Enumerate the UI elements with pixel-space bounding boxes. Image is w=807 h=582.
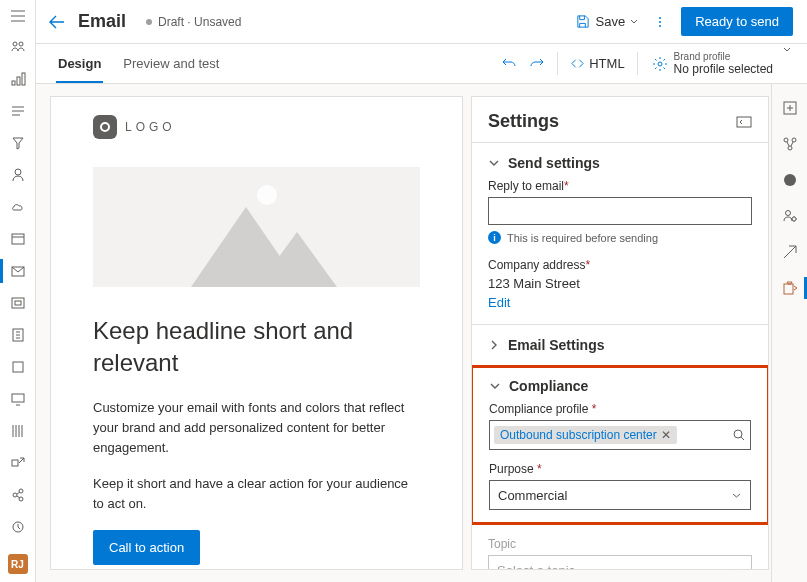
- save-button[interactable]: Save: [573, 10, 628, 33]
- right-rail-personalize-icon[interactable]: [782, 208, 798, 224]
- company-address-label: Company address*: [488, 258, 752, 272]
- logo-block[interactable]: LOGO: [93, 115, 420, 139]
- cta-button[interactable]: Call to action: [93, 530, 200, 565]
- purpose-select[interactable]: Commercial: [489, 480, 751, 510]
- svg-point-28: [784, 174, 796, 186]
- logo-icon: [93, 115, 117, 139]
- svg-rect-3: [17, 77, 20, 85]
- html-label: HTML: [589, 56, 624, 71]
- svg-point-1: [19, 42, 23, 46]
- svg-point-26: [792, 138, 796, 142]
- brand-chevron-icon[interactable]: [781, 44, 793, 83]
- back-icon[interactable]: [48, 13, 66, 31]
- send-settings-heading: Send settings: [508, 155, 600, 171]
- svg-rect-12: [12, 394, 24, 402]
- nav-item-2[interactable]: [9, 70, 27, 88]
- ready-to-send-button[interactable]: Ready to send: [681, 7, 793, 36]
- reply-to-input[interactable]: [488, 197, 752, 225]
- compliance-heading: Compliance: [509, 378, 588, 394]
- nav-item-3[interactable]: [9, 102, 27, 120]
- nav-item-email[interactable]: [9, 262, 27, 280]
- brand-profile-selector[interactable]: Brand profile No profile selected: [644, 44, 773, 83]
- nav-item-4[interactable]: [9, 134, 27, 152]
- purpose-value: Commercial: [498, 488, 567, 503]
- nav-item-11[interactable]: [9, 358, 27, 376]
- compliance-profile-chip[interactable]: Outbound subscription center ✕: [494, 426, 677, 444]
- html-toggle[interactable]: HTML: [564, 44, 630, 83]
- user-badge[interactable]: RJ: [8, 554, 28, 574]
- left-nav-rail: RJ: [0, 0, 36, 582]
- svg-rect-6: [12, 234, 24, 244]
- content-area: LOGO Keep headline short and relevant Cu…: [36, 84, 807, 582]
- separator: [557, 52, 558, 75]
- headline-text[interactable]: Keep headline short and relevant: [93, 315, 420, 380]
- body-paragraph-2[interactable]: Keep it short and have a clear action fo…: [93, 474, 420, 514]
- nav-item-5[interactable]: [9, 166, 27, 184]
- nav-item-9[interactable]: [9, 294, 27, 312]
- nav-item-14[interactable]: [9, 454, 27, 472]
- main-area: Email Draft · Unsaved Save Ready to send…: [36, 0, 807, 582]
- svg-rect-13: [12, 460, 18, 466]
- svg-point-27: [788, 146, 792, 150]
- right-rail-send-icon[interactable]: [782, 244, 798, 260]
- reply-to-label: Reply to email*: [488, 179, 752, 193]
- nav-item-6[interactable]: [9, 198, 27, 216]
- edit-company-link[interactable]: Edit: [488, 295, 510, 310]
- logo-text: LOGO: [125, 120, 176, 134]
- nav-item-7[interactable]: [9, 230, 27, 248]
- svg-point-21: [658, 62, 662, 66]
- nav-item-16[interactable]: [9, 518, 27, 536]
- svg-point-25: [784, 138, 788, 142]
- email-settings-header[interactable]: Email Settings: [488, 337, 752, 353]
- svg-point-18: [659, 17, 661, 19]
- svg-rect-31: [784, 284, 793, 294]
- reply-to-info: This is required before sending: [507, 232, 658, 244]
- compliance-header[interactable]: Compliance: [489, 378, 751, 394]
- right-rail: [771, 84, 807, 582]
- expand-icon[interactable]: [736, 116, 752, 128]
- svg-rect-8: [12, 298, 24, 308]
- draft-status-text: Draft · Unsaved: [158, 15, 241, 29]
- image-placeholder[interactable]: [93, 167, 420, 287]
- svg-point-30: [792, 217, 796, 221]
- svg-rect-22: [737, 117, 751, 127]
- topic-label: Topic: [488, 537, 752, 551]
- right-rail-settings-icon[interactable]: [782, 280, 798, 296]
- compliance-profile-lookup[interactable]: Outbound subscription center ✕: [489, 420, 751, 450]
- section-topic: Topic Select a topic: [472, 525, 768, 570]
- svg-point-19: [659, 21, 661, 23]
- compliance-profile-label: Compliance profile *: [489, 402, 751, 416]
- undo-icon[interactable]: [495, 44, 523, 83]
- email-canvas[interactable]: LOGO Keep headline short and relevant Cu…: [50, 96, 463, 570]
- svg-point-29: [785, 211, 790, 216]
- svg-point-5: [15, 169, 21, 175]
- nav-item-15[interactable]: [9, 486, 27, 504]
- send-settings-header[interactable]: Send settings: [488, 155, 752, 171]
- svg-point-14: [13, 493, 17, 497]
- compliance-profile-value: Outbound subscription center: [500, 428, 657, 442]
- nav-item-13[interactable]: [9, 422, 27, 440]
- right-rail-theme-icon[interactable]: [782, 172, 798, 188]
- save-chevron-icon[interactable]: [629, 17, 639, 27]
- tab-preview[interactable]: Preview and test: [121, 44, 221, 83]
- tab-design[interactable]: Design: [56, 44, 103, 83]
- settings-title: Settings: [488, 111, 559, 132]
- nav-item-1[interactable]: [9, 38, 27, 56]
- right-rail-connect-icon[interactable]: [782, 136, 798, 152]
- remove-chip-icon[interactable]: ✕: [661, 428, 671, 442]
- nav-item-10[interactable]: [9, 326, 27, 344]
- redo-icon[interactable]: [523, 44, 551, 83]
- nav-item-12[interactable]: [9, 390, 27, 408]
- separator: [637, 52, 638, 75]
- search-icon[interactable]: [732, 428, 746, 442]
- tab-bar: Design Preview and test HTML Brand profi…: [36, 44, 807, 84]
- more-icon[interactable]: [653, 15, 667, 29]
- section-compliance: Compliance Compliance profile * Outbound…: [471, 365, 769, 525]
- right-rail-add-icon[interactable]: [782, 100, 798, 116]
- hamburger-icon[interactable]: [10, 8, 26, 24]
- svg-rect-11: [13, 362, 23, 372]
- company-address-value: 123 Main Street: [488, 276, 752, 291]
- svg-point-0: [13, 42, 17, 46]
- topic-select: Select a topic: [488, 555, 752, 570]
- body-paragraph-1[interactable]: Customize your email with fonts and colo…: [93, 398, 420, 458]
